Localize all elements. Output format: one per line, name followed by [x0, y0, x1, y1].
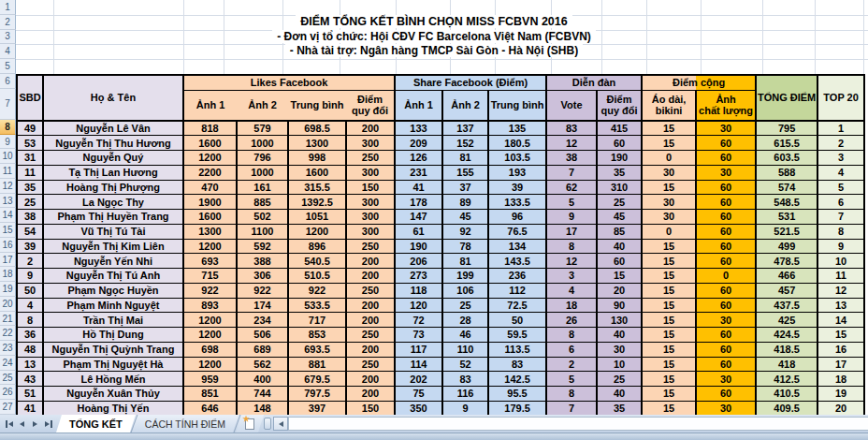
cell-ad[interactable]: 30: [642, 165, 696, 180]
cell-ltb[interactable]: 998: [288, 151, 346, 166]
cell-tong[interactable]: 531: [756, 210, 817, 225]
cell-sbd[interactable]: 31: [17, 151, 43, 166]
row-header-11[interactable]: 11: [0, 164, 16, 179]
cell-ad[interactable]: 15: [642, 239, 696, 254]
cell-top[interactable]: 11: [817, 269, 864, 284]
cell-ad[interactable]: 15: [642, 121, 696, 136]
row-header-26[interactable]: 26: [0, 385, 16, 400]
row-header-12[interactable]: 12: [0, 179, 16, 194]
cell-ad[interactable]: 30: [642, 210, 696, 225]
cell-l2[interactable]: 885: [237, 195, 288, 210]
col-header-likes-quydoi[interactable]: Điểm quy đổi: [346, 90, 395, 121]
cell-acl[interactable]: 60: [696, 239, 756, 254]
col-header-likes-anh1[interactable]: Ảnh 1: [183, 90, 237, 121]
cell-name[interactable]: Hoàng Thị Yến: [43, 401, 183, 416]
cell-s1[interactable]: 120: [395, 298, 442, 313]
cell-s1[interactable]: 273: [395, 269, 442, 284]
cell-l2[interactable]: 689: [237, 342, 288, 357]
cell-fqd[interactable]: 310: [597, 180, 642, 195]
cell-sbd[interactable]: 48: [17, 342, 43, 357]
cell-tong[interactable]: 425: [756, 313, 817, 328]
cell-ltb[interactable]: 1600: [288, 165, 346, 180]
cell-l1[interactable]: 715: [183, 269, 237, 284]
cell-ad[interactable]: 15: [642, 342, 696, 357]
row-header-8[interactable]: 8: [0, 120, 16, 135]
cell-l2[interactable]: 506: [237, 328, 288, 343]
cell-top[interactable]: 3: [817, 151, 864, 166]
cell-l2[interactable]: 388: [237, 254, 288, 269]
cell-lqd[interactable]: 250: [346, 239, 395, 254]
cell-sbd[interactable]: 41: [17, 401, 43, 416]
row-header-4[interactable]: 4: [0, 44, 16, 59]
cell-fqd[interactable]: 40: [597, 387, 642, 402]
cell-lqd[interactable]: 250: [346, 283, 395, 298]
row-header-20[interactable]: 20: [0, 297, 16, 312]
row-header-6[interactable]: 6: [0, 74, 16, 89]
cell-l2[interactable]: 161: [237, 180, 288, 195]
row-header-15[interactable]: 15: [0, 223, 16, 238]
cell-sbd[interactable]: 36: [17, 328, 43, 343]
cell-fqd[interactable]: 130: [597, 313, 642, 328]
cell-s2[interactable]: 116: [442, 387, 488, 402]
cell-top[interactable]: 5: [817, 180, 864, 195]
cell-s2[interactable]: 89: [442, 195, 488, 210]
cell-vote[interactable]: 26: [546, 313, 597, 328]
cell-ad[interactable]: 15: [642, 283, 696, 298]
cell-stb[interactable]: 134: [488, 239, 546, 254]
col-header-forum-quydoi[interactable]: Điểm quy đổi: [597, 90, 642, 121]
cell-l1[interactable]: 922: [183, 283, 237, 298]
row-header-18[interactable]: 18: [0, 267, 16, 282]
cell-s1[interactable]: 114: [395, 357, 442, 372]
cell-name[interactable]: Nguyễn Lê Vân: [43, 121, 183, 136]
row-header-17[interactable]: 17: [0, 253, 16, 268]
cell-s2[interactable]: 106: [442, 283, 488, 298]
cell-vote[interactable]: 5: [546, 195, 597, 210]
cell-lqd[interactable]: 200: [346, 121, 395, 136]
cell-s2[interactable]: 78: [442, 239, 488, 254]
cell-acl[interactable]: 60: [696, 151, 756, 166]
cell-ltb[interactable]: 315.5: [288, 180, 346, 195]
cell-acl[interactable]: 60: [696, 210, 756, 225]
cell-s1[interactable]: 126: [395, 151, 442, 166]
cell-acl[interactable]: 60: [696, 328, 756, 343]
cell-acl[interactable]: 60: [696, 357, 756, 372]
cell-l2[interactable]: 306: [237, 269, 288, 284]
group-header-likes-facebook[interactable]: Likes Facebook: [183, 75, 395, 90]
cell-name[interactable]: Nguyễn Xuân Thủy: [43, 387, 183, 402]
cell-stb[interactable]: 193: [488, 165, 546, 180]
cell-ad[interactable]: 15: [642, 313, 696, 328]
cell-name[interactable]: Nguyễn Thị Quỳnh Trang: [43, 342, 183, 357]
cell-ad[interactable]: 15: [642, 136, 696, 151]
cell-l2[interactable]: 234: [237, 313, 288, 328]
cell-stb[interactable]: 142.5: [488, 372, 546, 387]
cell-name[interactable]: Lê Hồng Mến: [43, 372, 183, 387]
cell-stb[interactable]: 180.5: [488, 136, 546, 151]
cell-s1[interactable]: 147: [395, 210, 442, 225]
cell-ltb[interactable]: 533.5: [288, 298, 346, 313]
cell-stb[interactable]: 76.5: [488, 224, 546, 239]
cell-sbd[interactable]: 50: [17, 283, 43, 298]
cell-name[interactable]: Hoàng Thị Phượng: [43, 180, 183, 195]
cell-acl[interactable]: 30: [696, 313, 756, 328]
cell-s1[interactable]: 206: [395, 254, 442, 269]
row-header-2[interactable]: 2: [0, 15, 16, 30]
cell-ltb[interactable]: 1051: [288, 210, 346, 225]
cell-ltb[interactable]: 922: [288, 283, 346, 298]
cell-l2[interactable]: 148: [237, 401, 288, 416]
cell-vote[interactable]: 62: [546, 180, 597, 195]
cell-name[interactable]: Phạm Thị Huyền Trang: [43, 210, 183, 225]
cell-ad[interactable]: 0: [642, 224, 696, 239]
cell-vote[interactable]: 4: [546, 283, 597, 298]
cell-lqd[interactable]: 300: [346, 210, 395, 225]
cell-stb[interactable]: 179.5: [488, 401, 546, 416]
cell-l1[interactable]: 693: [183, 254, 237, 269]
cell-l1[interactable]: 1300: [183, 224, 237, 239]
cell-tong[interactable]: 795: [756, 121, 817, 136]
cell-top[interactable]: 2: [817, 136, 864, 151]
col-header-share-trungbinh[interactable]: Trung bình: [488, 90, 546, 121]
row-header-19[interactable]: 19: [0, 282, 16, 297]
cell-tong[interactable]: 424.5: [756, 328, 817, 343]
cell-stb[interactable]: 113.5: [488, 342, 546, 357]
cell-name[interactable]: Nguyễn Yến Nhi: [43, 254, 183, 269]
cell-ltb[interactable]: 797.5: [288, 387, 346, 402]
